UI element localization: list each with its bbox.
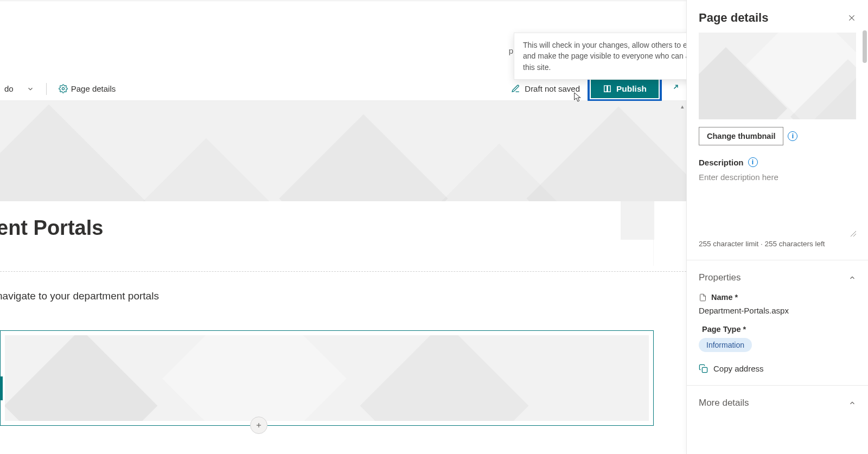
tooltip-text: This will check in your changes, allow o… (523, 41, 686, 72)
panel-divider (687, 385, 868, 386)
plus-icon (255, 421, 263, 429)
close-icon (847, 14, 856, 22)
svg-line-7 (853, 234, 856, 236)
p-fragment: p (509, 46, 513, 55)
description-info-icon[interactable]: i (748, 157, 758, 167)
panel-scrollbar[interactable] (860, 30, 867, 450)
page-subtitle[interactable]: navigate to your department portals (0, 290, 686, 302)
mouse-cursor (574, 92, 582, 103)
page-details-panel: Page details Change thumbnail i Descript… (686, 0, 868, 454)
page-canvas: ent Portals navigate to your department … (0, 201, 686, 454)
svg-rect-8 (702, 367, 707, 372)
properties-section-header[interactable]: Properties (699, 272, 856, 283)
section-divider (0, 271, 686, 272)
publish-highlight: Publish (588, 76, 662, 101)
undo-button[interactable]: do (0, 81, 18, 97)
selected-webpart[interactable] (0, 330, 654, 426)
close-panel-button[interactable] (847, 14, 856, 22)
chevron-up-icon (848, 399, 856, 407)
separator (46, 83, 47, 95)
expand-icon[interactable] (669, 84, 679, 93)
file-icon (699, 293, 707, 302)
svg-line-1 (674, 85, 678, 88)
svg-line-6 (851, 231, 856, 236)
command-bar: do Page details Draft not saved (0, 77, 686, 101)
chevron-up-icon (848, 274, 856, 282)
description-label: Description i (699, 157, 856, 167)
change-thumbnail-button[interactable]: Change thumbnail (699, 127, 783, 145)
webpart-preview (5, 335, 649, 421)
publish-tooltip: This will check in your changes, allow o… (514, 33, 686, 80)
thumbnail-info-icon[interactable]: i (788, 131, 797, 141)
properties-label: Properties (699, 272, 741, 283)
undo-label: do (4, 84, 14, 93)
webpart-handle[interactable] (0, 376, 3, 400)
draft-status-label: Draft not saved (525, 84, 580, 93)
copy-icon (699, 364, 708, 373)
panel-divider (687, 260, 868, 260)
add-webpart-button[interactable] (250, 417, 267, 434)
chevron-down-icon (27, 85, 34, 93)
copy-address-button[interactable]: Copy address (699, 364, 856, 373)
pencil-icon (511, 84, 520, 93)
svg-point-0 (62, 87, 64, 89)
page-details-label: Page details (71, 84, 116, 93)
page-type-field: Page Type * Information (699, 325, 856, 352)
draft-status: Draft not saved (511, 84, 580, 93)
textarea-resize-handle[interactable] (699, 230, 856, 236)
page-type-value[interactable]: Information (699, 338, 752, 352)
name-field: Name * Department-Portals.aspx (699, 293, 856, 315)
publish-button[interactable]: Publish (591, 80, 659, 98)
page-details-command[interactable]: Page details (54, 81, 120, 97)
more-details-section-header[interactable]: More details (699, 398, 856, 408)
scroll-up-arrow[interactable]: ▴ (681, 103, 684, 110)
gear-icon (59, 84, 68, 93)
page-type-label: Page Type * (702, 325, 746, 334)
page-title[interactable]: ent Portals (0, 201, 653, 250)
book-icon (603, 84, 612, 93)
panel-title: Page details (699, 11, 768, 25)
name-value[interactable]: Department-Portals.aspx (699, 306, 856, 315)
publish-label: Publish (616, 84, 647, 94)
page-hero-banner: ▴ (0, 101, 686, 201)
undo-dropdown[interactable] (22, 82, 39, 96)
name-label: Name * (711, 293, 738, 302)
char-limit-text: 255 character limit · 255 characters lef… (699, 240, 856, 248)
description-input[interactable] (699, 172, 856, 230)
more-details-label: More details (699, 398, 749, 408)
copy-address-label: Copy address (713, 364, 764, 373)
thumbnail-preview (699, 33, 856, 119)
